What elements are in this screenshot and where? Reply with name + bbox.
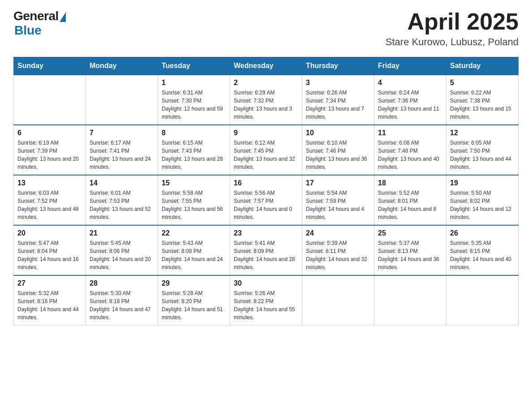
calendar-cell: 4Sunrise: 6:24 AMSunset: 7:36 PMDaylight… [374, 75, 446, 125]
calendar-cell: 10Sunrise: 6:10 AMSunset: 7:46 PMDayligh… [302, 125, 374, 175]
calendar-cell: 8Sunrise: 6:15 AMSunset: 7:43 PMDaylight… [158, 125, 230, 175]
day-number: 29 [162, 279, 226, 287]
day-number: 28 [90, 279, 154, 287]
day-info: Sunrise: 5:56 AMSunset: 7:57 PMDaylight:… [234, 189, 298, 221]
day-info: Sunrise: 6:12 AMSunset: 7:45 PMDaylight:… [234, 139, 298, 171]
calendar-cell: 26Sunrise: 5:35 AMSunset: 8:15 PMDayligh… [446, 225, 519, 275]
calendar-cell: 28Sunrise: 5:30 AMSunset: 8:18 PMDayligh… [86, 275, 158, 325]
day-info: Sunrise: 6:10 AMSunset: 7:46 PMDaylight:… [306, 139, 370, 171]
day-info: Sunrise: 5:32 AMSunset: 8:16 PMDaylight:… [17, 289, 82, 321]
day-info: Sunrise: 6:26 AMSunset: 7:34 PMDaylight:… [306, 89, 370, 121]
day-info: Sunrise: 5:28 AMSunset: 8:20 PMDaylight:… [162, 289, 226, 321]
calendar-week-row: 20Sunrise: 5:47 AMSunset: 8:04 PMDayligh… [14, 225, 519, 275]
day-number: 6 [17, 129, 82, 137]
calendar-cell: 17Sunrise: 5:54 AMSunset: 7:59 PMDayligh… [302, 175, 374, 225]
day-info: Sunrise: 6:19 AMSunset: 7:39 PMDaylight:… [17, 139, 82, 171]
day-number: 8 [162, 129, 226, 137]
day-number: 26 [450, 229, 515, 237]
calendar-cell: 11Sunrise: 6:08 AMSunset: 7:48 PMDayligh… [374, 125, 446, 175]
calendar-day-header: Sunday [14, 57, 86, 75]
calendar-cell: 29Sunrise: 5:28 AMSunset: 8:20 PMDayligh… [158, 275, 230, 325]
day-info: Sunrise: 6:05 AMSunset: 7:50 PMDaylight:… [450, 139, 515, 171]
calendar-location: Stare Kurowo, Lubusz, Poland [386, 36, 519, 48]
day-info: Sunrise: 5:54 AMSunset: 7:59 PMDaylight:… [306, 189, 370, 221]
day-info: Sunrise: 6:22 AMSunset: 7:38 PMDaylight:… [450, 89, 515, 121]
calendar-cell: 12Sunrise: 6:05 AMSunset: 7:50 PMDayligh… [446, 125, 519, 175]
day-number: 21 [90, 229, 154, 237]
calendar-cell: 27Sunrise: 5:32 AMSunset: 8:16 PMDayligh… [14, 275, 86, 325]
day-number: 18 [378, 179, 442, 187]
day-number: 10 [306, 129, 370, 137]
calendar-week-row: 27Sunrise: 5:32 AMSunset: 8:16 PMDayligh… [14, 275, 519, 325]
day-info: Sunrise: 6:17 AMSunset: 7:41 PMDaylight:… [90, 139, 154, 171]
day-number: 14 [90, 179, 154, 187]
day-number: 16 [234, 179, 298, 187]
calendar-table: SundayMondayTuesdayWednesdayThursdayFrid… [13, 57, 519, 325]
calendar-cell: 19Sunrise: 5:50 AMSunset: 8:02 PMDayligh… [446, 175, 519, 225]
day-info: Sunrise: 5:35 AMSunset: 8:15 PMDaylight:… [450, 239, 515, 271]
calendar-day-header: Thursday [302, 57, 374, 75]
calendar-cell: 1Sunrise: 6:31 AMSunset: 7:30 PMDaylight… [158, 75, 230, 125]
day-info: Sunrise: 6:29 AMSunset: 7:32 PMDaylight:… [234, 89, 298, 121]
calendar-day-header: Tuesday [158, 57, 230, 75]
calendar-day-header: Wednesday [230, 57, 302, 75]
day-info: Sunrise: 6:15 AMSunset: 7:43 PMDaylight:… [162, 139, 226, 171]
day-number: 27 [17, 279, 82, 287]
calendar-cell: 15Sunrise: 5:58 AMSunset: 7:55 PMDayligh… [158, 175, 230, 225]
day-number: 23 [234, 229, 298, 237]
logo-general-text: General [13, 9, 59, 23]
day-number: 25 [378, 229, 442, 237]
day-info: Sunrise: 5:30 AMSunset: 8:18 PMDaylight:… [90, 289, 154, 321]
day-number: 2 [234, 79, 298, 87]
calendar-day-header: Friday [374, 57, 446, 75]
calendar-cell: 24Sunrise: 5:39 AMSunset: 8:11 PMDayligh… [302, 225, 374, 275]
day-info: Sunrise: 6:31 AMSunset: 7:30 PMDaylight:… [162, 89, 226, 121]
calendar-week-row: 6Sunrise: 6:19 AMSunset: 7:39 PMDaylight… [14, 125, 519, 175]
day-info: Sunrise: 5:41 AMSunset: 8:09 PMDaylight:… [234, 239, 298, 271]
day-number: 11 [378, 129, 442, 137]
day-info: Sunrise: 6:03 AMSunset: 7:52 PMDaylight:… [17, 189, 82, 221]
calendar-cell: 16Sunrise: 5:56 AMSunset: 7:57 PMDayligh… [230, 175, 302, 225]
day-number: 22 [162, 229, 226, 237]
calendar-cell: 2Sunrise: 6:29 AMSunset: 7:32 PMDaylight… [230, 75, 302, 125]
calendar-cell: 22Sunrise: 5:43 AMSunset: 8:08 PMDayligh… [158, 225, 230, 275]
day-info: Sunrise: 5:26 AMSunset: 8:22 PMDaylight:… [234, 289, 298, 321]
day-number: 15 [162, 179, 226, 187]
day-number: 19 [450, 179, 515, 187]
day-number: 9 [234, 129, 298, 137]
day-info: Sunrise: 5:43 AMSunset: 8:08 PMDaylight:… [162, 239, 226, 271]
calendar-week-row: 13Sunrise: 6:03 AMSunset: 7:52 PMDayligh… [14, 175, 519, 225]
calendar-cell: 13Sunrise: 6:03 AMSunset: 7:52 PMDayligh… [14, 175, 86, 225]
day-number: 24 [306, 229, 370, 237]
calendar-cell: 21Sunrise: 5:45 AMSunset: 8:06 PMDayligh… [86, 225, 158, 275]
calendar-cell: 25Sunrise: 5:37 AMSunset: 8:13 PMDayligh… [374, 225, 446, 275]
day-info: Sunrise: 5:50 AMSunset: 8:02 PMDaylight:… [450, 189, 515, 221]
calendar-cell: 30Sunrise: 5:26 AMSunset: 8:22 PMDayligh… [230, 275, 302, 325]
calendar-cell: 6Sunrise: 6:19 AMSunset: 7:39 PMDaylight… [14, 125, 86, 175]
calendar-cell [14, 75, 86, 125]
day-number: 4 [378, 79, 442, 87]
calendar-cell [374, 275, 446, 325]
day-number: 5 [450, 79, 515, 87]
day-info: Sunrise: 6:01 AMSunset: 7:53 PMDaylight:… [90, 189, 154, 221]
day-number: 7 [90, 129, 154, 137]
calendar-week-row: 1Sunrise: 6:31 AMSunset: 7:30 PMDaylight… [14, 75, 519, 125]
logo: General Blue [13, 9, 66, 38]
day-number: 1 [162, 79, 226, 87]
calendar-cell: 23Sunrise: 5:41 AMSunset: 8:09 PMDayligh… [230, 225, 302, 275]
day-number: 20 [17, 229, 82, 237]
calendar-cell: 7Sunrise: 6:17 AMSunset: 7:41 PMDaylight… [86, 125, 158, 175]
day-info: Sunrise: 6:08 AMSunset: 7:48 PMDaylight:… [378, 139, 442, 171]
day-info: Sunrise: 5:45 AMSunset: 8:06 PMDaylight:… [90, 239, 154, 271]
calendar-cell [446, 275, 519, 325]
calendar-cell: 14Sunrise: 6:01 AMSunset: 7:53 PMDayligh… [86, 175, 158, 225]
title-block: April 2025 Stare Kurowo, Lubusz, Poland [386, 9, 519, 48]
calendar-day-header: Monday [86, 57, 158, 75]
day-info: Sunrise: 5:39 AMSunset: 8:11 PMDaylight:… [306, 239, 370, 271]
calendar-cell: 9Sunrise: 6:12 AMSunset: 7:45 PMDaylight… [230, 125, 302, 175]
logo-triangle-icon [60, 12, 66, 22]
calendar-header-row: SundayMondayTuesdayWednesdayThursdayFrid… [14, 57, 519, 75]
day-info: Sunrise: 5:52 AMSunset: 8:01 PMDaylight:… [378, 189, 442, 221]
calendar-cell: 20Sunrise: 5:47 AMSunset: 8:04 PMDayligh… [14, 225, 86, 275]
calendar-cell: 18Sunrise: 5:52 AMSunset: 8:01 PMDayligh… [374, 175, 446, 225]
